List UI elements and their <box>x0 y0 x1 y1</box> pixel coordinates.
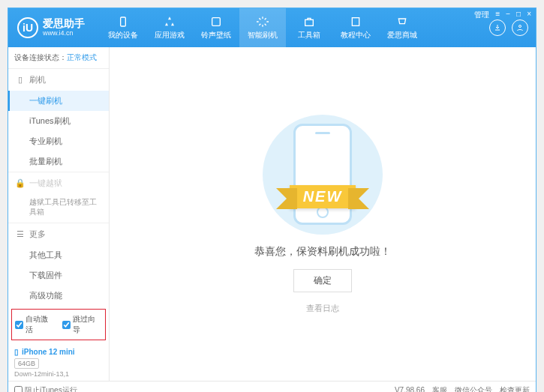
svg-rect-3 <box>352 18 359 26</box>
auto-activate-checkbox[interactable]: 自动激活 <box>15 314 55 335</box>
sidebar-head-label: 更多 <box>29 229 46 240</box>
wechat-link[interactable]: 微信公众号 <box>455 385 492 393</box>
nav-ringtones[interactable]: 铃声壁纸 <box>193 8 239 47</box>
brand-url: www.i4.cn <box>43 30 85 37</box>
book-icon <box>349 15 362 28</box>
footer: 阻止iTunes运行 V7.98.66 客服 微信公众号 检查更新 <box>8 381 536 392</box>
sidebar-item-pro-flash[interactable]: 专业刷机 <box>8 131 109 151</box>
hero-illustration: NEW <box>255 115 390 235</box>
nav-label: 我的设备 <box>108 30 138 40</box>
toolbox-icon <box>302 15 316 28</box>
manage-btn[interactable]: 管理 <box>474 10 489 20</box>
view-log-link[interactable]: 查看日志 <box>306 303 339 314</box>
download-button[interactable] <box>489 19 506 36</box>
customer-service-link[interactable]: 客服 <box>432 385 447 393</box>
sidebar-item-advanced[interactable]: 高级功能 <box>8 286 109 306</box>
minimize-btn[interactable]: − <box>506 10 510 20</box>
block-itunes-checkbox[interactable]: 阻止iTunes运行 <box>14 385 77 393</box>
sidebar-head-flash[interactable]: ▯刷机 <box>8 69 109 91</box>
checkbox-label: 自动激活 <box>26 314 55 335</box>
svg-rect-1 <box>212 18 221 26</box>
svg-rect-2 <box>305 19 314 25</box>
options-box: 自动激活 跳过向导 <box>11 309 106 340</box>
success-message: 恭喜您，保资料刷机成功啦！ <box>254 245 391 259</box>
nav-tutorials[interactable]: 教程中心 <box>332 8 379 47</box>
checkbox-label: 阻止iTunes运行 <box>25 385 77 393</box>
nav-label: 爱思商城 <box>387 30 417 40</box>
device-name: ▯iPhone 12 mini <box>14 348 103 356</box>
version-label: V7.98.66 <box>395 386 425 392</box>
nav-label: 铃声壁纸 <box>201 30 231 40</box>
svg-rect-0 <box>121 17 126 26</box>
nav-my-device[interactable]: 我的设备 <box>100 8 146 47</box>
device-firmware: Down-12mini-13,1 <box>14 370 103 378</box>
nav-apps[interactable]: 应用游戏 <box>146 8 193 47</box>
close-btn[interactable]: × <box>527 10 531 20</box>
maximize-btn[interactable]: □ <box>516 10 521 20</box>
sidebar-item-itunes-flash[interactable]: iTunes刷机 <box>8 111 109 131</box>
phone-icon: ▯ <box>16 76 25 85</box>
phone-icon: ▯ <box>14 348 19 356</box>
titlebar: iU 爱思助手 www.i4.cn 我的设备 应用游戏 铃声壁纸 智能刷机 工具… <box>8 8 536 47</box>
check-update-link[interactable]: 检查更新 <box>500 385 530 393</box>
status-value: 正常模式 <box>67 53 97 61</box>
nav-label: 应用游戏 <box>155 30 185 40</box>
device-storage: 64GB <box>14 358 39 369</box>
jailbreak-note: 越狱工具已转移至工具箱 <box>8 194 109 223</box>
brand-name: 爱思助手 <box>43 18 85 29</box>
sidebar-head-more[interactable]: ☰更多 <box>8 223 109 245</box>
confirm-button[interactable]: 确定 <box>293 269 352 292</box>
status-label: 设备连接状态： <box>14 53 67 61</box>
main-content: NEW 恭喜您，保资料刷机成功啦！ 确定 查看日志 <box>110 47 536 381</box>
flash-icon <box>256 15 269 28</box>
phone-icon <box>116 15 130 28</box>
sidebar-head-label: 刷机 <box>29 74 46 85</box>
device-card[interactable]: ▯iPhone 12 mini 64GB Down-12mini-13,1 <box>8 343 109 381</box>
skip-guide-checkbox[interactable]: 跳过向导 <box>62 314 102 335</box>
logo-area: iU 爱思助手 www.i4.cn <box>8 17 94 38</box>
nav-store[interactable]: 爱思商城 <box>379 8 425 47</box>
sidebar-item-download-fw[interactable]: 下载固件 <box>8 265 109 286</box>
menu-btn[interactable]: ≡ <box>495 10 500 20</box>
window-controls: 管理 ≡ − □ × <box>474 10 531 20</box>
checkbox-label: 跳过向导 <box>73 314 102 335</box>
sidebar-item-batch-flash[interactable]: 批量刷机 <box>8 151 109 172</box>
cart-icon <box>395 15 409 28</box>
sidebar-item-other-tools[interactable]: 其他工具 <box>8 245 109 265</box>
user-button[interactable] <box>512 19 528 36</box>
nav-flash[interactable]: 智能刷机 <box>239 8 286 47</box>
sidebar-head-label: 一键越狱 <box>29 178 62 189</box>
nav-label: 教程中心 <box>341 30 371 40</box>
svg-point-4 <box>519 25 521 28</box>
nav-label: 工具箱 <box>298 30 320 40</box>
apps-icon <box>163 15 176 28</box>
new-ribbon: NEW <box>290 185 356 208</box>
sidebar-item-oneclick-flash[interactable]: 一键刷机 <box>8 91 109 111</box>
sidebar: 设备连接状态：正常模式 ▯刷机 一键刷机 iTunes刷机 专业刷机 批量刷机 … <box>8 47 110 381</box>
logo-icon: iU <box>17 17 38 38</box>
lock-icon: 🔒 <box>16 179 25 188</box>
nav-label: 智能刷机 <box>248 30 278 40</box>
titlebar-right <box>489 19 536 36</box>
menu-icon: ☰ <box>16 230 25 239</box>
nav-tabs: 我的设备 应用游戏 铃声壁纸 智能刷机 工具箱 教程中心 爱思商城 <box>100 8 425 47</box>
wallpaper-icon <box>209 15 223 28</box>
sidebar-head-jailbreak[interactable]: 🔒一键越狱 <box>8 172 109 194</box>
phone-illustration <box>293 124 352 225</box>
connection-status: 设备连接状态：正常模式 <box>8 47 109 69</box>
app-window: 管理 ≡ − □ × iU 爱思助手 www.i4.cn 我的设备 应用游戏 铃… <box>8 7 536 392</box>
nav-toolbox[interactable]: 工具箱 <box>286 8 332 47</box>
